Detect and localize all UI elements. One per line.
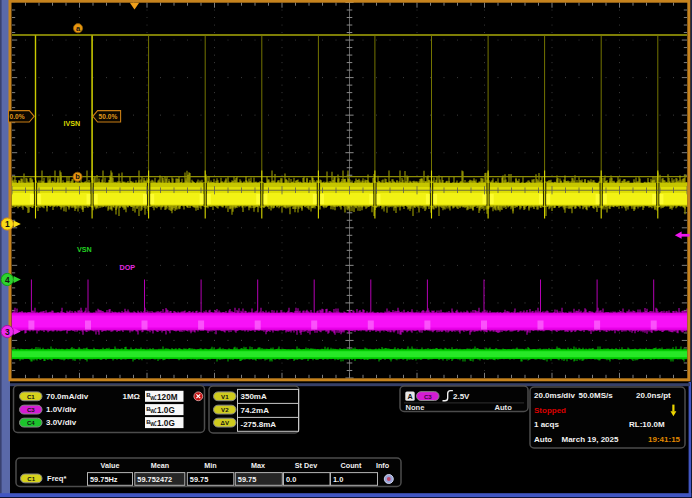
svg-text:Value: Value: [101, 461, 120, 470]
svg-text:50.0MS/s: 50.0MS/s: [579, 391, 614, 400]
svg-text:A: A: [407, 392, 412, 401]
svg-text:C1: C1: [27, 393, 35, 400]
svg-text:74.2mA: 74.2mA: [241, 406, 270, 415]
svg-text::120M: :120M: [154, 393, 177, 402]
svg-text:Mean: Mean: [151, 461, 169, 470]
svg-text:Stopped: Stopped: [534, 406, 566, 415]
svg-text:V1: V1: [221, 393, 229, 400]
svg-text:None: None: [406, 403, 425, 412]
svg-text:Min: Min: [204, 461, 216, 470]
svg-text:2.5V: 2.5V: [453, 392, 470, 401]
svg-text:4: 4: [5, 275, 10, 285]
svg-text:1.0V/div: 1.0V/div: [46, 405, 77, 414]
svg-text:C3: C3: [27, 406, 35, 413]
svg-text:1: 1: [5, 219, 10, 229]
svg-text:20.0ns/pt: 20.0ns/pt: [636, 391, 671, 400]
svg-text:ΔV: ΔV: [221, 419, 230, 426]
svg-text:0.0: 0.0: [286, 475, 296, 484]
svg-text:3.0V/div: 3.0V/div: [46, 418, 77, 427]
svg-text:Auto: Auto: [495, 403, 513, 412]
svg-text:19:41:15: 19:41:15: [648, 435, 681, 444]
svg-text:IVSN: IVSN: [64, 119, 81, 128]
svg-text:RL:10.0M: RL:10.0M: [629, 420, 665, 429]
svg-text:59.75: 59.75: [238, 475, 256, 484]
svg-text:V2: V2: [221, 406, 229, 413]
svg-text:50.0%: 50.0%: [99, 113, 118, 120]
svg-text:DOP: DOP: [120, 263, 136, 272]
svg-text::1.0G: :1.0G: [154, 406, 174, 415]
svg-text:70.0mA/div: 70.0mA/div: [46, 392, 89, 401]
svg-text:b: b: [75, 172, 80, 181]
svg-text:3: 3: [5, 327, 10, 337]
svg-text:1 acqs: 1 acqs: [534, 420, 559, 429]
svg-text:Count: Count: [341, 461, 362, 470]
svg-text:C3: C3: [424, 393, 432, 400]
svg-text:20.0ms/div: 20.0ms/div: [534, 391, 575, 400]
svg-text:Max: Max: [251, 461, 265, 470]
svg-text:C4: C4: [27, 419, 35, 426]
svg-text:59.75Hz: 59.75Hz: [90, 475, 118, 484]
svg-text:Info: Info: [376, 461, 390, 470]
svg-text:59.75: 59.75: [190, 475, 209, 484]
svg-text:Freq*: Freq*: [47, 474, 66, 483]
svg-text:VSN: VSN: [77, 245, 92, 254]
svg-text:St Dev: St Dev: [295, 461, 317, 470]
svg-text:1.0: 1.0: [333, 475, 343, 484]
svg-text:Auto: Auto: [534, 435, 552, 444]
svg-text:59.752472: 59.752472: [137, 475, 172, 484]
svg-text:1MΩ: 1MΩ: [123, 392, 141, 401]
svg-text:350mA: 350mA: [241, 392, 267, 401]
svg-text::1.0G: :1.0G: [154, 419, 174, 428]
svg-text:-275.8mA: -275.8mA: [241, 420, 277, 429]
svg-text:C1: C1: [27, 475, 35, 482]
svg-text:March 19, 2025: March 19, 2025: [562, 435, 619, 444]
svg-text:0.0%: 0.0%: [10, 113, 25, 120]
